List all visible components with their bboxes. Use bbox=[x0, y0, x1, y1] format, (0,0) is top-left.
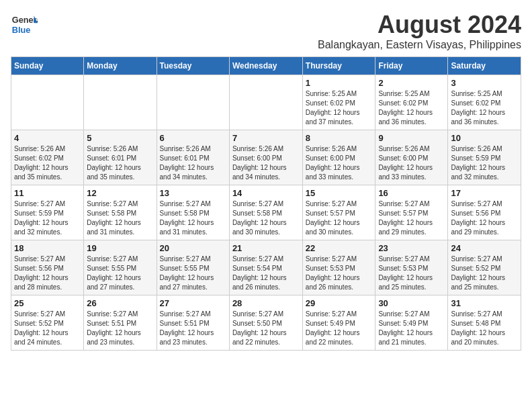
day-info: Sunrise: 5:27 AMSunset: 5:53 PMDaylight:… bbox=[378, 255, 445, 292]
weekday-header-row: SundayMondayTuesdayWednesdayThursdayFrid… bbox=[11, 57, 521, 75]
svg-text:Blue: Blue bbox=[12, 25, 31, 35]
calendar-week-2: 4Sunrise: 5:26 AMSunset: 6:02 PMDaylight… bbox=[11, 130, 521, 185]
calendar-cell: 23Sunrise: 5:27 AMSunset: 5:53 PMDayligh… bbox=[375, 240, 448, 295]
calendar-cell: 11Sunrise: 5:27 AMSunset: 5:59 PMDayligh… bbox=[11, 185, 84, 240]
day-info: Sunrise: 5:26 AMSunset: 6:01 PMDaylight:… bbox=[87, 144, 153, 182]
day-info: Sunrise: 5:26 AMSunset: 6:00 PMDaylight:… bbox=[232, 144, 300, 182]
day-number: 7 bbox=[232, 133, 300, 143]
day-number: 29 bbox=[306, 298, 373, 308]
day-number: 10 bbox=[451, 133, 518, 143]
day-number: 9 bbox=[378, 133, 445, 143]
day-info: Sunrise: 5:27 AMSunset: 5:56 PMDaylight:… bbox=[451, 199, 518, 237]
weekday-header-monday: Monday bbox=[84, 57, 157, 75]
weekday-header-tuesday: Tuesday bbox=[157, 57, 229, 75]
day-info: Sunrise: 5:27 AMSunset: 5:58 PMDaylight:… bbox=[232, 199, 300, 237]
day-number: 5 bbox=[87, 133, 153, 143]
calendar-cell: 14Sunrise: 5:27 AMSunset: 5:58 PMDayligh… bbox=[229, 185, 302, 240]
title-area: August 2024 Balangkayan, Eastern Visayas… bbox=[318, 11, 521, 51]
day-info: Sunrise: 5:27 AMSunset: 5:59 PMDaylight:… bbox=[14, 199, 81, 237]
day-info: Sunrise: 5:27 AMSunset: 5:53 PMDaylight:… bbox=[306, 255, 373, 292]
day-number: 13 bbox=[160, 188, 226, 198]
calendar-week-3: 11Sunrise: 5:27 AMSunset: 5:59 PMDayligh… bbox=[11, 185, 521, 240]
day-info: Sunrise: 5:27 AMSunset: 5:57 PMDaylight:… bbox=[306, 199, 373, 237]
day-info: Sunrise: 5:27 AMSunset: 5:58 PMDaylight:… bbox=[160, 199, 226, 237]
calendar-cell: 12Sunrise: 5:27 AMSunset: 5:58 PMDayligh… bbox=[84, 185, 157, 240]
day-number: 27 bbox=[160, 298, 226, 308]
day-info: Sunrise: 5:26 AMSunset: 6:00 PMDaylight:… bbox=[378, 144, 445, 182]
day-number: 16 bbox=[378, 188, 445, 198]
calendar-cell: 16Sunrise: 5:27 AMSunset: 5:57 PMDayligh… bbox=[375, 185, 448, 240]
calendar-week-4: 18Sunrise: 5:27 AMSunset: 5:56 PMDayligh… bbox=[11, 240, 521, 295]
day-info: Sunrise: 5:27 AMSunset: 5:57 PMDaylight:… bbox=[378, 199, 445, 237]
logo: General Blue bbox=[11, 11, 39, 38]
day-number: 8 bbox=[306, 133, 373, 143]
calendar-cell: 21Sunrise: 5:27 AMSunset: 5:54 PMDayligh… bbox=[229, 240, 302, 295]
day-info: Sunrise: 5:26 AMSunset: 5:59 PMDaylight:… bbox=[451, 144, 518, 182]
calendar-cell: 28Sunrise: 5:27 AMSunset: 5:50 PMDayligh… bbox=[229, 295, 302, 351]
day-info: Sunrise: 5:27 AMSunset: 5:55 PMDaylight:… bbox=[87, 255, 153, 292]
day-number: 17 bbox=[451, 188, 518, 198]
day-number: 22 bbox=[306, 243, 373, 253]
calendar-week-1: 1Sunrise: 5:25 AMSunset: 6:02 PMDaylight… bbox=[11, 75, 521, 130]
calendar-cell bbox=[11, 75, 84, 130]
calendar-cell: 22Sunrise: 5:27 AMSunset: 5:53 PMDayligh… bbox=[302, 240, 375, 295]
calendar-cell: 13Sunrise: 5:27 AMSunset: 5:58 PMDayligh… bbox=[157, 185, 229, 240]
day-info: Sunrise: 5:27 AMSunset: 5:55 PMDaylight:… bbox=[160, 255, 226, 292]
day-number: 20 bbox=[160, 243, 226, 253]
calendar-cell: 25Sunrise: 5:27 AMSunset: 5:52 PMDayligh… bbox=[11, 295, 84, 351]
day-info: Sunrise: 5:25 AMSunset: 6:02 PMDaylight:… bbox=[306, 89, 373, 127]
calendar-cell: 17Sunrise: 5:27 AMSunset: 5:56 PMDayligh… bbox=[448, 185, 521, 240]
day-number: 6 bbox=[160, 133, 226, 143]
day-info: Sunrise: 5:27 AMSunset: 5:52 PMDaylight:… bbox=[14, 310, 81, 347]
day-info: Sunrise: 5:27 AMSunset: 5:48 PMDaylight:… bbox=[451, 310, 518, 347]
day-info: Sunrise: 5:27 AMSunset: 5:49 PMDaylight:… bbox=[306, 310, 373, 347]
day-info: Sunrise: 5:27 AMSunset: 5:51 PMDaylight:… bbox=[87, 310, 153, 347]
day-number: 21 bbox=[232, 243, 300, 253]
calendar-table: SundayMondayTuesdayWednesdayThursdayFrid… bbox=[11, 56, 521, 351]
calendar-cell: 2Sunrise: 5:25 AMSunset: 6:02 PMDaylight… bbox=[375, 75, 448, 130]
calendar-cell bbox=[157, 75, 229, 130]
calendar-cell: 10Sunrise: 5:26 AMSunset: 5:59 PMDayligh… bbox=[448, 130, 521, 185]
calendar-cell: 29Sunrise: 5:27 AMSunset: 5:49 PMDayligh… bbox=[302, 295, 375, 351]
day-number: 19 bbox=[87, 243, 153, 253]
day-number: 2 bbox=[378, 78, 445, 88]
day-number: 12 bbox=[87, 188, 153, 198]
month-year-title: August 2024 bbox=[318, 11, 521, 39]
weekday-header-wednesday: Wednesday bbox=[229, 57, 302, 75]
calendar-cell: 8Sunrise: 5:26 AMSunset: 6:00 PMDaylight… bbox=[302, 130, 375, 185]
weekday-header-sunday: Sunday bbox=[11, 57, 84, 75]
day-info: Sunrise: 5:27 AMSunset: 5:49 PMDaylight:… bbox=[378, 310, 445, 347]
calendar-cell bbox=[229, 75, 302, 130]
calendar-cell: 3Sunrise: 5:25 AMSunset: 6:02 PMDaylight… bbox=[448, 75, 521, 130]
day-number: 26 bbox=[87, 298, 153, 308]
day-number: 11 bbox=[14, 188, 81, 198]
calendar-cell: 15Sunrise: 5:27 AMSunset: 5:57 PMDayligh… bbox=[302, 185, 375, 240]
calendar-cell: 6Sunrise: 5:26 AMSunset: 6:01 PMDaylight… bbox=[157, 130, 229, 185]
calendar-cell: 7Sunrise: 5:26 AMSunset: 6:00 PMDaylight… bbox=[229, 130, 302, 185]
calendar-cell bbox=[84, 75, 157, 130]
day-info: Sunrise: 5:27 AMSunset: 5:58 PMDaylight:… bbox=[87, 199, 153, 237]
calendar-cell: 30Sunrise: 5:27 AMSunset: 5:49 PMDayligh… bbox=[375, 295, 448, 351]
day-number: 1 bbox=[306, 78, 373, 88]
day-info: Sunrise: 5:26 AMSunset: 6:02 PMDaylight:… bbox=[14, 144, 81, 182]
location-subtitle: Balangkayan, Eastern Visayas, Philippine… bbox=[318, 39, 521, 51]
calendar-cell: 24Sunrise: 5:27 AMSunset: 5:52 PMDayligh… bbox=[448, 240, 521, 295]
weekday-header-friday: Friday bbox=[375, 57, 448, 75]
day-info: Sunrise: 5:27 AMSunset: 5:50 PMDaylight:… bbox=[232, 310, 300, 347]
day-info: Sunrise: 5:27 AMSunset: 5:51 PMDaylight:… bbox=[160, 310, 226, 347]
day-number: 23 bbox=[378, 243, 445, 253]
day-info: Sunrise: 5:25 AMSunset: 6:02 PMDaylight:… bbox=[451, 89, 518, 127]
day-number: 15 bbox=[306, 188, 373, 198]
calendar-cell: 9Sunrise: 5:26 AMSunset: 6:00 PMDaylight… bbox=[375, 130, 448, 185]
calendar-cell: 31Sunrise: 5:27 AMSunset: 5:48 PMDayligh… bbox=[448, 295, 521, 351]
calendar-cell: 20Sunrise: 5:27 AMSunset: 5:55 PMDayligh… bbox=[157, 240, 229, 295]
day-number: 18 bbox=[14, 243, 81, 253]
day-info: Sunrise: 5:26 AMSunset: 6:01 PMDaylight:… bbox=[160, 144, 226, 182]
day-info: Sunrise: 5:27 AMSunset: 5:52 PMDaylight:… bbox=[451, 255, 518, 292]
svg-text:General: General bbox=[12, 15, 38, 25]
calendar-cell: 1Sunrise: 5:25 AMSunset: 6:02 PMDaylight… bbox=[302, 75, 375, 130]
day-info: Sunrise: 5:25 AMSunset: 6:02 PMDaylight:… bbox=[378, 89, 445, 127]
day-number: 31 bbox=[451, 298, 518, 308]
calendar-cell: 26Sunrise: 5:27 AMSunset: 5:51 PMDayligh… bbox=[84, 295, 157, 351]
day-number: 4 bbox=[14, 133, 81, 143]
